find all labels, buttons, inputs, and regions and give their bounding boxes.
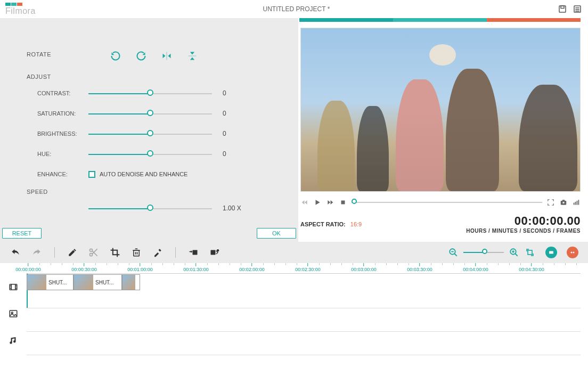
- svg-rect-17: [341, 201, 345, 205]
- timeline-clip[interactable]: [122, 274, 140, 290]
- svg-marker-15: [328, 200, 330, 205]
- top-bar: Filmora UNTITLED PROJECT *: [0, 0, 588, 18]
- svg-rect-20: [562, 200, 565, 201]
- play-icon[interactable]: [313, 198, 322, 207]
- zoom-slider[interactable]: [463, 251, 504, 254]
- color-picker-icon[interactable]: [152, 247, 164, 258]
- video-track-icon[interactable]: [7, 281, 19, 293]
- timeline-clip[interactable]: SHUT...: [27, 274, 74, 290]
- fullscreen-icon[interactable]: [546, 198, 555, 207]
- svg-rect-42: [10, 284, 17, 290]
- svg-marker-14: [316, 200, 320, 205]
- svg-rect-49: [10, 310, 17, 317]
- crop-icon[interactable]: [109, 247, 121, 258]
- svg-marker-10: [190, 52, 194, 55]
- timeline-clip[interactable]: SHUT...: [74, 274, 122, 290]
- saturation-value: 0: [212, 110, 244, 117]
- svg-line-35: [515, 253, 518, 256]
- split-icon[interactable]: [88, 247, 100, 258]
- edit-icon[interactable]: [67, 247, 78, 258]
- rotate-ccw-icon[interactable]: [135, 50, 147, 62]
- ruler-tick: 00:04:00:00: [463, 263, 488, 272]
- speed-slider[interactable]: [88, 207, 212, 210]
- ruler-tick: 00:03:30:00: [407, 263, 432, 272]
- flip-horizontal-icon[interactable]: [161, 50, 173, 62]
- delete-icon[interactable]: [130, 247, 142, 258]
- snapshot-icon[interactable]: [559, 198, 568, 207]
- audio-track[interactable]: [27, 332, 581, 355]
- volume-icon[interactable]: [572, 198, 581, 207]
- timecode-legend: HOURS / MINUTES / SECONDS / FRAMES: [466, 228, 581, 234]
- hue-label: HUE:: [27, 151, 88, 157]
- contrast-value: 0: [212, 89, 244, 97]
- auto-denoise-checkbox[interactable]: [88, 171, 95, 178]
- svg-marker-11: [190, 58, 194, 60]
- saturation-slider[interactable]: [88, 112, 212, 116]
- brightness-slider[interactable]: [88, 133, 212, 136]
- speed-value: 1.00 X: [212, 205, 244, 212]
- brightness-label: BRIGHTNESS:: [27, 130, 88, 137]
- next-frame-icon[interactable]: [326, 198, 334, 207]
- aspect-ratio-label: ASPECT RATIO:: [300, 221, 346, 227]
- ruler-tick: 00:00:30:00: [71, 263, 97, 272]
- zoom-out-icon[interactable]: [447, 247, 459, 258]
- preview-scrubber[interactable]: [352, 201, 542, 204]
- image-track-icon[interactable]: [7, 308, 19, 320]
- hue-slider[interactable]: [88, 153, 212, 156]
- svg-point-19: [562, 202, 565, 204]
- brightness-value: 0: [212, 130, 244, 137]
- preview-video: [300, 28, 581, 192]
- svg-rect-6: [166, 52, 167, 60]
- prev-frame-icon[interactable]: [300, 198, 309, 207]
- svg-point-30: [217, 249, 219, 252]
- export-icon[interactable]: [209, 247, 220, 258]
- svg-rect-38: [528, 250, 532, 255]
- svg-rect-0: [559, 6, 566, 12]
- rotate-cw-icon[interactable]: [110, 50, 121, 62]
- ruler-tick: 00:01:30:00: [183, 263, 209, 272]
- ruler-tick: 00:04:30:00: [519, 263, 544, 272]
- edit-panel: ROTATE ADJUST CONTRAST:: [0, 18, 298, 242]
- zoom-fit-icon[interactable]: [524, 247, 536, 258]
- speed-label: SPEED: [27, 189, 284, 195]
- ruler-tick: 00:02:30:00: [295, 263, 321, 272]
- flip-vertical-icon[interactable]: [186, 50, 198, 62]
- contrast-slider[interactable]: [88, 92, 212, 95]
- timeline: 00:00:00:0000:00:30:0000:01:00:0000:01:3…: [0, 263, 588, 368]
- svg-rect-9: [188, 55, 196, 56]
- svg-rect-22: [575, 202, 576, 205]
- svg-rect-24: [578, 200, 579, 205]
- project-title: UNTITLED PROJECT *: [36, 5, 557, 13]
- zoom-in-icon[interactable]: [508, 247, 520, 258]
- timeline-ruler[interactable]: 00:00:00:0000:00:30:0000:01:00:0000:01:3…: [27, 263, 581, 274]
- render-button[interactable]: [545, 247, 557, 258]
- redo-icon[interactable]: [31, 247, 43, 258]
- record-button[interactable]: [567, 247, 578, 258]
- import-icon[interactable]: [187, 247, 199, 258]
- reset-button[interactable]: RESET: [2, 228, 42, 239]
- svg-point-40: [571, 252, 573, 253]
- preview-panel: ASPECT RATIO: 16:9 00:00:00.00 HOURS / M…: [298, 18, 588, 242]
- aspect-ratio-value: 16:9: [350, 221, 362, 227]
- svg-rect-23: [577, 201, 578, 205]
- contrast-label: CONTRAST:: [27, 90, 88, 96]
- timeline-toolbar: [0, 242, 588, 263]
- enhance-label: ENHANCE:: [27, 171, 88, 177]
- ruler-tick: 00:03:00:00: [351, 263, 377, 272]
- audio-track-icon[interactable]: [7, 334, 19, 346]
- save-icon[interactable]: [557, 4, 568, 14]
- stop-icon[interactable]: [339, 198, 347, 207]
- ruler-tick: 00:01:00:00: [127, 263, 153, 272]
- svg-marker-7: [162, 54, 165, 58]
- video-track[interactable]: SHUT...SHUT...: [27, 274, 581, 308]
- svg-rect-28: [193, 250, 198, 255]
- ok-button[interactable]: OK: [257, 228, 296, 239]
- app-logo: Filmora: [5, 3, 36, 16]
- list-icon[interactable]: [572, 4, 583, 14]
- rotate-label: ROTATE: [27, 51, 51, 58]
- svg-line-32: [454, 253, 457, 256]
- svg-rect-39: [549, 251, 553, 254]
- undo-icon[interactable]: [10, 247, 21, 258]
- svg-rect-1: [561, 6, 564, 9]
- picture-track[interactable]: [27, 308, 581, 332]
